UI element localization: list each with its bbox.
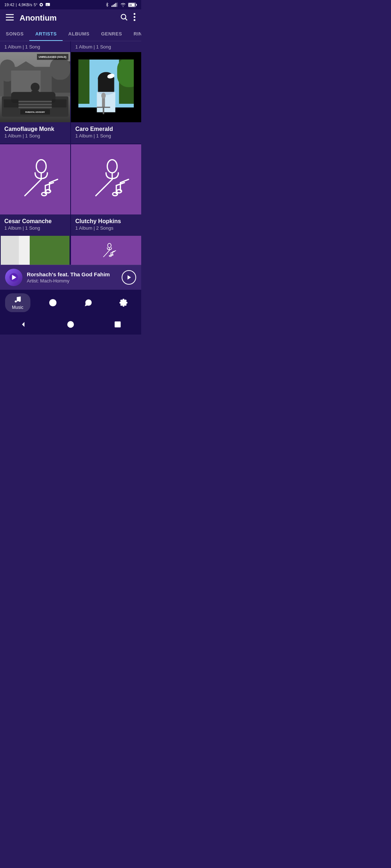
svg-rect-7 — [115, 3, 116, 7]
data-speed: 4,9KB/s — [18, 3, 32, 7]
artist-name-caro-emerald: Caro Emerald — [75, 126, 137, 132]
artist-meta-camoflauge-monk: 1 Album | 1 Song — [4, 133, 66, 139]
artist-card-caro-emerald[interactable]: Caro Emerald 1 Album | 1 Song — [71, 52, 141, 144]
svg-rect-33 — [52, 99, 67, 107]
artist-card-camoflauge-monk[interactable]: PARENTAL ADVISORY UNRELEASED (GOLD) Camo… — [0, 52, 70, 144]
svg-point-88 — [111, 254, 113, 256]
tab-genres[interactable]: GENRES — [95, 27, 128, 41]
artist-name-camoflauge-monk: Camoflauge Monk — [4, 126, 66, 132]
amazon-icon: az — [45, 2, 50, 7]
tab-artists[interactable]: ARTISTS — [29, 27, 62, 41]
svg-point-20 — [134, 19, 135, 21]
tab-albums[interactable]: ALBUMS — [63, 27, 96, 41]
svg-point-1 — [41, 4, 42, 6]
artist-meta-caro-emerald: 1 Album | 1 Song — [75, 133, 137, 139]
artist-info-caro-emerald: Caro Emerald 1 Album | 1 Song — [71, 122, 141, 144]
tabs-bar: SONGS ARTISTS ALBUMS GENRES RINGTONES — [0, 27, 141, 41]
music-note-icon — [14, 295, 22, 303]
hamburger-button[interactable] — [6, 13, 14, 23]
svg-rect-15 — [6, 20, 14, 21]
svg-point-18 — [134, 13, 135, 15]
svg-rect-99 — [115, 322, 121, 327]
signal-icon — [112, 2, 118, 7]
svg-marker-91 — [127, 275, 131, 280]
svg-point-68 — [46, 190, 51, 193]
partial-card-2[interactable] — [71, 236, 141, 265]
artist-image-caro-emerald — [71, 52, 141, 122]
svg-rect-4 — [112, 5, 112, 7]
record-icon — [39, 2, 44, 7]
battery-icon: 89 — [128, 3, 137, 7]
nav-music-label: Music — [12, 305, 23, 310]
svg-rect-51 — [134, 52, 141, 122]
tab-songs[interactable]: SONGS — [0, 27, 29, 41]
svg-rect-10 — [136, 4, 137, 5]
nav-play[interactable] — [40, 297, 66, 309]
svg-text:az: az — [46, 4, 49, 6]
partial-artist-row — [0, 236, 141, 265]
back-button[interactable] — [18, 319, 29, 329]
svg-rect-14 — [6, 17, 14, 18]
bluetooth-icon — [105, 2, 109, 7]
svg-rect-38 — [31, 91, 39, 100]
svg-point-93 — [19, 300, 21, 302]
svg-rect-50 — [71, 52, 78, 122]
recents-button[interactable] — [113, 319, 123, 329]
svg-rect-36 — [18, 107, 52, 108]
more-options-button[interactable] — [134, 13, 135, 23]
tab-ringtones[interactable]: RINGTONES — [128, 27, 141, 41]
svg-point-92 — [15, 301, 17, 303]
artist-meta-clutchy-hopkins: 1 Album | 2 Songs — [75, 225, 137, 231]
header: Anontium — [0, 9, 141, 27]
svg-rect-79 — [30, 236, 70, 265]
artist-name-clutchy-hopkins: Clutchy Hopkins — [75, 218, 137, 225]
home-button[interactable] — [66, 319, 76, 329]
separator: | — [16, 3, 17, 7]
now-playing-title: Rorshach's feat. Tha God Fahim — [27, 271, 117, 277]
svg-rect-8 — [117, 3, 117, 7]
svg-rect-27 — [50, 58, 70, 80]
svg-line-83 — [106, 250, 109, 254]
svg-line-63 — [33, 179, 41, 188]
svg-point-61 — [36, 160, 46, 173]
above-fold-meta: 1 Album | 1 Song 1 Album | 1 Song — [0, 41, 141, 52]
svg-point-81 — [108, 243, 111, 248]
artist-name-cesar-comanche: Cesar Comanche — [4, 218, 66, 225]
artist-placeholder-cesar-comanche — [0, 144, 70, 214]
artist-meta-cesar-comanche: 1 Album | 1 Song — [4, 225, 66, 231]
partial-card-1[interactable] — [0, 236, 70, 265]
status-bar: 19:42 | 4,9KB/s 5° az 89 — [0, 0, 141, 9]
svg-rect-32 — [4, 99, 18, 107]
search-button[interactable] — [120, 13, 128, 23]
svg-line-71 — [104, 179, 112, 188]
artist-card-cesar-comanche[interactable]: Cesar Comanche 1 Album | 1 Song — [0, 144, 70, 236]
nav-settings[interactable] — [111, 297, 136, 309]
svg-rect-6 — [114, 4, 115, 7]
svg-rect-13 — [6, 14, 14, 15]
degree: 5° — [34, 3, 38, 7]
artist-info-clutchy-hopkins: Clutchy Hopkins 1 Album | 2 Songs — [71, 214, 141, 236]
artist-placeholder-clutchy-hopkins — [71, 144, 141, 214]
svg-line-64 — [25, 188, 33, 196]
now-playing-info: Rorshach's feat. Tha God Fahim Artist: M… — [27, 271, 117, 284]
svg-marker-97 — [22, 322, 25, 327]
now-playing-play-button[interactable] — [122, 270, 136, 285]
nav-music[interactable]: Music — [5, 293, 30, 312]
svg-text:PARENTAL ADVISORY: PARENTAL ADVISORY — [25, 111, 45, 113]
svg-rect-60 — [103, 107, 104, 114]
svg-point-98 — [68, 322, 74, 328]
svg-point-37 — [31, 83, 40, 92]
bottom-nav: Music — [0, 290, 141, 316]
nav-share[interactable] — [76, 297, 101, 309]
time: 19:42 — [4, 3, 14, 7]
artist-card-clutchy-hopkins[interactable]: Clutchy Hopkins 1 Album | 2 Songs — [71, 144, 141, 236]
status-right: 89 — [105, 2, 137, 7]
svg-point-69 — [107, 160, 117, 173]
svg-rect-54 — [98, 77, 114, 92]
svg-rect-48 — [71, 52, 141, 59]
svg-point-58 — [101, 93, 106, 98]
now-playing-thumbnail — [5, 269, 22, 286]
svg-line-84 — [104, 254, 106, 257]
svg-text:89: 89 — [129, 4, 132, 6]
svg-point-19 — [134, 16, 135, 18]
